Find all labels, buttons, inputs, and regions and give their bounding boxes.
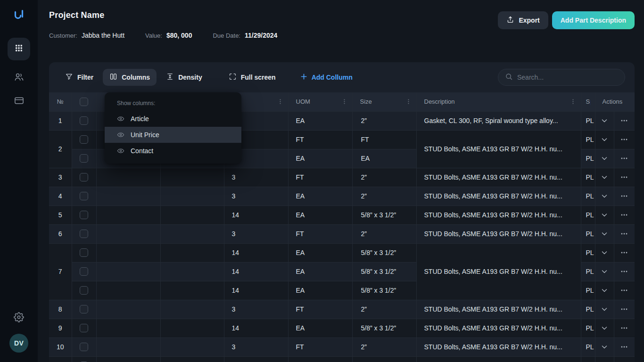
columns-menu-item[interactable]: Article <box>105 111 241 127</box>
row-checkbox[interactable] <box>80 324 88 332</box>
nav-item-dashboard[interactable] <box>8 38 30 60</box>
add-part-description-button[interactable]: Add Part Description <box>552 11 635 29</box>
expand-row-button[interactable] <box>598 340 611 354</box>
hidden-column-cell <box>160 187 224 206</box>
fullscreen-button[interactable]: Full screen <box>222 69 282 86</box>
columns-menu-item[interactable]: Contact <box>105 143 241 159</box>
expand-row-button[interactable] <box>598 303 611 316</box>
row-actions-button[interactable] <box>618 133 631 146</box>
project-meta: Customer: Jabba the Hutt Value: $80, 000… <box>49 32 277 39</box>
actions-cell <box>614 187 635 206</box>
row-actions-button[interactable] <box>618 114 631 127</box>
table-row: 83FT2”STUD Bolts, ASME A193 GR B7 W/2 H.… <box>49 300 635 319</box>
add-part-description-label: Add Part Description <box>561 16 626 24</box>
nav-item-settings[interactable] <box>13 312 25 324</box>
column-menu-icon[interactable] <box>405 99 412 105</box>
expand-cell <box>595 281 614 300</box>
export-button[interactable]: Export <box>498 11 548 29</box>
row-actions-button[interactable] <box>618 303 631 316</box>
quantity-cell: 14 <box>224 206 288 224</box>
row-actions-button[interactable] <box>618 152 631 165</box>
row-actions-button[interactable] <box>618 189 631 203</box>
add-column-button-label: Add Collumn <box>312 74 353 81</box>
hidden-column-cell <box>160 281 224 300</box>
expand-row-button[interactable] <box>598 133 611 146</box>
nav-item-users[interactable] <box>13 72 25 84</box>
upload-icon <box>506 16 514 25</box>
add-column-button[interactable]: Add Collumn <box>294 69 359 86</box>
app-logo[interactable] <box>11 8 26 23</box>
expand-cell <box>595 356 614 362</box>
filter-icon <box>65 73 73 82</box>
quantity-cell: 14 <box>224 319 288 337</box>
expand-row-button[interactable] <box>598 265 611 278</box>
expand-cell <box>595 300 614 319</box>
row-actions-button[interactable] <box>618 265 631 278</box>
expand-row-button[interactable] <box>598 189 611 203</box>
size-cell: 5/8” x 3 1/2” <box>352 319 416 337</box>
row-actions-button[interactable] <box>618 284 631 297</box>
expand-cell <box>595 337 614 356</box>
user-avatar[interactable]: DV <box>9 334 28 353</box>
uom-cell: EA <box>288 262 352 281</box>
header-actions: Actions <box>595 92 635 111</box>
row-checkbox[interactable] <box>80 135 88 144</box>
actions-cell <box>614 130 635 149</box>
row-actions-button[interactable] <box>618 340 631 354</box>
checkbox-cell <box>72 187 96 206</box>
expand-cell <box>595 187 614 206</box>
search-input[interactable] <box>517 74 618 81</box>
columns-menu-item[interactable]: Unit Price <box>105 127 241 143</box>
row-number: 10 <box>49 337 72 356</box>
filter-button[interactable]: Filter <box>58 69 100 86</box>
row-checkbox[interactable] <box>80 173 88 181</box>
expand-row-button[interactable] <box>598 321 611 335</box>
expand-row-button[interactable] <box>598 152 611 165</box>
row-actions-button[interactable] <box>618 227 631 240</box>
description-cell <box>416 356 581 362</box>
column-menu-icon[interactable] <box>570 99 576 105</box>
row-checkbox[interactable] <box>80 116 88 125</box>
table-row: 63FT2”STUD Bolts, ASME A193 GR B7 W/2 H.… <box>49 224 635 243</box>
row-actions-button[interactable] <box>618 208 631 222</box>
hidden-column-cell <box>96 224 160 243</box>
nav-item-billing[interactable] <box>13 95 25 107</box>
actions-cell <box>614 149 635 168</box>
row-checkbox[interactable] <box>80 343 88 351</box>
expand-row-button[interactable] <box>598 208 611 222</box>
column-menu-icon[interactable] <box>341 99 347 105</box>
header-description: Description <box>416 92 581 111</box>
uom-cell: FT <box>288 337 352 356</box>
select-all-checkbox[interactable] <box>80 98 88 106</box>
row-checkbox[interactable] <box>80 192 88 200</box>
row-checkbox[interactable] <box>80 211 88 219</box>
eye-icon <box>117 147 124 155</box>
row-checkbox[interactable] <box>80 286 88 295</box>
expand-row-button[interactable] <box>598 284 611 297</box>
row-checkbox[interactable] <box>80 267 88 276</box>
row-actions-button[interactable] <box>618 359 631 362</box>
checkbox-cell <box>72 243 96 262</box>
column-menu-icon[interactable] <box>277 99 283 105</box>
columns-button[interactable]: Columns <box>103 69 157 86</box>
row-checkbox[interactable] <box>80 248 88 257</box>
density-button[interactable]: Density <box>159 69 209 86</box>
size-cell: FT <box>352 130 416 149</box>
uom-cell: FT <box>288 130 352 149</box>
row-checkbox[interactable] <box>80 305 88 313</box>
row-checkbox[interactable] <box>80 230 88 238</box>
expand-row-button[interactable] <box>598 359 611 362</box>
expand-row-button[interactable] <box>598 246 611 259</box>
row-actions-button[interactable] <box>618 321 631 335</box>
expand-row-button[interactable] <box>598 171 611 184</box>
eye-icon <box>117 131 124 139</box>
row-actions-button[interactable] <box>618 171 631 184</box>
row-actions-button[interactable] <box>618 246 631 259</box>
description-cell: STUD Bolts, ASME A193 GR B7 W/2 H.H. nu.… <box>416 243 581 300</box>
columns-menu-list: Article Unit Price Contact <box>105 111 241 159</box>
expand-row-button[interactable] <box>598 227 611 240</box>
header-uom: UOM <box>288 92 352 111</box>
due-date-value: 11/29/2024 <box>245 32 277 39</box>
expand-row-button[interactable] <box>598 114 611 127</box>
row-checkbox[interactable] <box>80 154 88 163</box>
